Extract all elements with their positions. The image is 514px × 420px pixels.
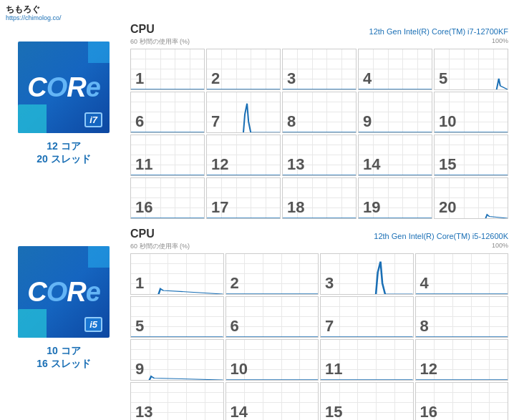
section-i7: CORe i7 12 コア 20 スレッド CPU 12th Gen Intel…: [0, 20, 514, 219]
cpu-cell-number: 4: [363, 71, 372, 87]
usage-label-i7: 60 秒間の使用率 (%): [130, 37, 190, 47]
badge-info-i5: 10 コア 16 スレッド: [37, 345, 90, 371]
cpu-cell-number: 14: [231, 404, 248, 420]
cpu-cell-number: 9: [135, 361, 144, 377]
site-url[interactable]: https://chimolog.co/: [6, 14, 62, 21]
cpu-cell: 4: [415, 253, 509, 295]
cpu-cell-number: 9: [363, 114, 372, 130]
cpu-cell: 7: [206, 92, 281, 133]
cpu-cell: 13: [282, 135, 357, 176]
cpu-cell: 12: [206, 135, 281, 176]
cpu-cell-number: 5: [439, 71, 447, 87]
badge-threads-i5: 16 スレッド: [37, 358, 90, 371]
cpu-model-i7: 12th Gen Intel(R) Core(TM) i7-12700KF: [369, 27, 508, 36]
cpu-cell-number: 8: [287, 114, 296, 130]
cpu-cell-number: 11: [325, 361, 342, 377]
cpu-cell: 3: [282, 49, 357, 90]
cpu-cell: 16: [415, 382, 509, 420]
cpu-label-i7: CPU: [130, 23, 155, 36]
cpu-cell-number: 5: [135, 318, 144, 334]
core-badge-i7: CORe i7: [18, 41, 110, 133]
cpu-cell: 15: [434, 135, 508, 176]
cpu-cell-number: 12: [420, 361, 437, 377]
cpu-cell-number: 19: [363, 200, 380, 215]
cpu-cell-number: 18: [287, 200, 304, 215]
chart-meta-i5: 60 秒間の使用率 (%) 100%: [130, 242, 508, 251]
chart-meta-i7: 60 秒間の使用率 (%) 100%: [130, 37, 508, 47]
cpu-panel-i5: CPU 12th Gen Intel(R) Core(TM) i5-12600K…: [127, 225, 514, 420]
percent-label-i7: 100%: [492, 37, 508, 47]
core-text-i5: CORe: [27, 278, 100, 306]
cpu-cell: 11: [130, 135, 205, 176]
cpu-cell-number: 11: [135, 157, 152, 172]
core-badge-i5: CORe i5: [18, 246, 110, 338]
cpu-cell: 8: [282, 92, 357, 133]
cpu-cell: 14: [358, 135, 432, 176]
cpu-cell: 16: [130, 177, 205, 219]
cpu-cell-number: 1: [135, 71, 144, 87]
cpu-cell-number: 10: [439, 114, 456, 130]
cpu-cell-number: 2: [231, 275, 239, 291]
cpu-cell: 19: [358, 177, 432, 219]
cpu-cell: 15: [320, 382, 414, 420]
cpu-cell: 8: [415, 296, 509, 338]
cpu-cell: 4: [358, 49, 432, 90]
cpu-cell: 1: [130, 253, 224, 295]
cpu-cell-number: 16: [420, 404, 437, 420]
badge-area-i5: CORe i5 10 コア 16 スレッド: [0, 225, 127, 371]
cpu-cell-number: 15: [439, 157, 456, 172]
cpu-cell: 12: [415, 339, 509, 381]
cpu-cell-number: 20: [439, 200, 456, 215]
cpu-cell: 17: [206, 177, 281, 219]
cpu-panel-i7: CPU 12th Gen Intel(R) Core(TM) i7-12700K…: [127, 20, 514, 219]
cpu-cell: 10: [226, 339, 319, 381]
cpu-cell: 10: [434, 92, 508, 133]
badge-cores-i5: 10 コア: [37, 345, 90, 358]
cpu-cell-number: 10: [231, 361, 248, 377]
badge-area-i7: CORe i7 12 コア 20 スレッド: [0, 20, 127, 166]
cpu-cell-number: 1: [135, 275, 144, 291]
i5-badge: i5: [84, 317, 102, 332]
cpu-cell-number: 17: [211, 200, 228, 215]
cpu-cell: 6: [130, 92, 205, 133]
cpu-cell-number: 3: [287, 71, 296, 87]
cpu-cell-number: 2: [211, 71, 220, 87]
cpu-cell: 2: [226, 253, 319, 295]
cpu-panel-header-i5: CPU 12th Gen Intel(R) Core(TM) i5-12600K: [130, 228, 508, 240]
cpu-cell-number: 7: [211, 114, 220, 130]
cpu-cell-number: 6: [231, 318, 239, 334]
cpu-cell: 5: [130, 296, 224, 338]
cpu-cell: 13: [130, 382, 224, 420]
cpu-label-i5: CPU: [130, 228, 155, 240]
cpu-cell: 6: [226, 296, 319, 338]
percent-label-i5: 100%: [492, 242, 508, 251]
cpu-cell-number: 4: [420, 275, 429, 291]
cpu-cell-number: 3: [325, 275, 334, 291]
cpu-cell-number: 12: [211, 157, 228, 172]
cpu-cell-number: 16: [135, 200, 152, 215]
cpu-cell: 14: [226, 382, 319, 420]
cpu-grid-i7: 1234567891011121314151617181920: [130, 49, 508, 219]
cpu-panel-header-i7: CPU 12th Gen Intel(R) Core(TM) i7-12700K…: [130, 23, 508, 36]
badge-threads-i7: 20 スレッド: [37, 153, 90, 166]
cpu-cell-number: 15: [325, 404, 342, 420]
cpu-cell: 3: [320, 253, 414, 295]
cpu-cell-number: 13: [287, 157, 304, 172]
cpu-grid-i5: 12345678910111213141516: [130, 253, 508, 420]
cpu-cell: 7: [320, 296, 414, 338]
cpu-cell-number: 8: [420, 318, 429, 334]
usage-label-i5: 60 秒間の使用率 (%): [130, 242, 190, 251]
i7-badge: i7: [84, 112, 102, 127]
cpu-model-i5: 12th Gen Intel(R) Core(TM) i5-12600K: [374, 232, 508, 240]
cpu-cell: 5: [434, 49, 508, 90]
cpu-cell: 18: [282, 177, 357, 219]
section-i5: CORe i5 10 コア 16 スレッド CPU 12th Gen Intel…: [0, 225, 514, 420]
cpu-cell-number: 14: [363, 157, 380, 172]
cpu-cell: 2: [206, 49, 281, 90]
cpu-cell-number: 6: [135, 114, 144, 130]
cpu-cell: 20: [434, 177, 508, 219]
core-text-i7: CORe: [27, 74, 100, 101]
badge-cores-i7: 12 コア: [37, 140, 90, 153]
cpu-cell-number: 7: [325, 318, 334, 334]
cpu-cell: 9: [130, 339, 224, 381]
